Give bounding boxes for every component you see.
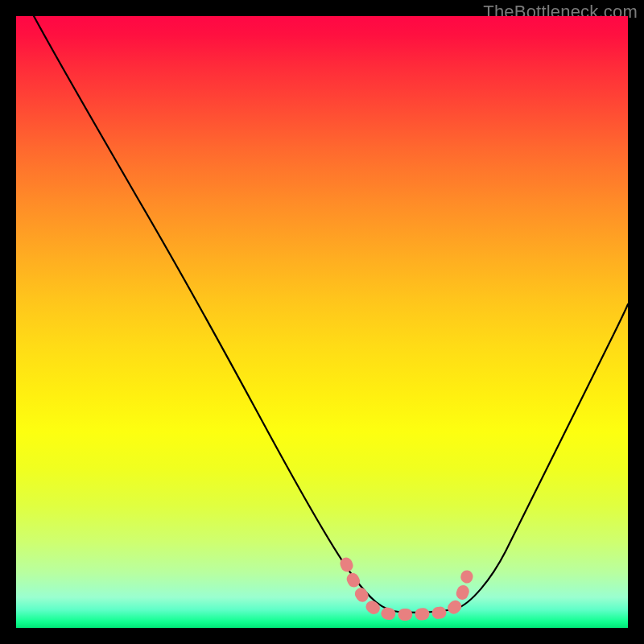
bottleneck-curve-line [34, 16, 628, 613]
chart-container: TheBottleneck.com [0, 0, 644, 644]
optimal-zone-marker [346, 564, 467, 614]
plot-area [16, 16, 628, 628]
chart-svg [16, 16, 628, 628]
